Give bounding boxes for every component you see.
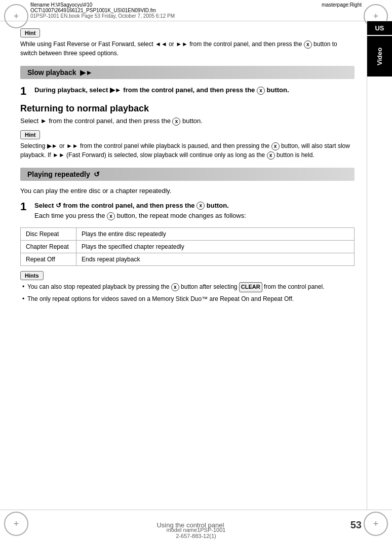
step1-num-repeat: 1 (20, 201, 29, 222)
slow-playback-step1: 1 During playback, select ▶► from the co… (20, 85, 355, 97)
x-button-icon1: x (304, 41, 312, 49)
x-button-icon7: x (107, 212, 115, 220)
repeat-mode-table: Disc Repeat Plays the entire disc repeat… (20, 227, 355, 266)
clear-button-icon: CLEAR (239, 282, 262, 292)
right-sidebar: US Video (367, 21, 392, 510)
table-row: Repeat Off Ends repeat playback (21, 253, 355, 266)
hints2-list: You can also stop repeated playback by p… (20, 282, 355, 304)
table-cell-mode: Disc Repeat (21, 228, 76, 241)
table-row: Chapter Repeat Plays the specified chapt… (21, 241, 355, 253)
x-button-icon5: x (267, 151, 275, 160)
table-cell-mode: Repeat Off (21, 253, 76, 266)
hints2-item1: You can also stop repeated playback by p… (22, 282, 355, 292)
playing-repeatedly-header: Playing repeatedly ↺ (20, 168, 355, 181)
bookfile-label: 01PSP-1001 EN.book Page 53 Friday, Octob… (30, 13, 175, 19)
slow-playback-header: Slow playback ▶► (20, 66, 355, 79)
x-button-icon4: x (271, 142, 280, 150)
masterpage-label: masterpage:Right (322, 2, 362, 8)
table-row: Disc Repeat Plays the entire disc repeat… (21, 228, 355, 241)
returning-section: Returning to normal playback Select ► fr… (20, 103, 355, 126)
main-content: Hint While using Fast Reverse or Fast Fo… (0, 21, 367, 510)
sidebar-video-label: Video (367, 36, 392, 76)
table-cell-desc: Plays the entire disc repeatedly (76, 228, 355, 241)
filename-label: filename H:\#Sagyocyu\#10 OCT\1007\26491… (30, 2, 156, 13)
step1-content-repeat: Select ↺ from the control panel, and the… (34, 201, 246, 222)
playing-repeatedly-intro: You can play the entire disc or a chapte… (20, 187, 355, 195)
hints2-label: Hints (20, 271, 44, 280)
slow-playback-title: Slow playback ▶► (27, 68, 93, 76)
hint1-container: Hint While using Fast Reverse or Fast Fo… (20, 28, 355, 58)
hint2-container: Hint Selecting ▶► or ►► from the control… (20, 130, 355, 160)
playing-repeatedly-title: Playing repeatedly ↺ (27, 170, 100, 178)
x-button-icon2: x (257, 87, 265, 95)
hint1-label: Hint (20, 28, 40, 37)
hint1-text: While using Fast Reverse or Fast Forward… (20, 40, 355, 58)
table-cell-desc: Ends repeat playback (76, 253, 355, 266)
model-info: model name1PSP-1001 2-657-883-12(1) (0, 527, 392, 539)
playing-repeatedly-step1: 1 Select ↺ from the control panel, and t… (20, 201, 355, 222)
returning-title: Returning to normal playback (20, 103, 355, 114)
x-button-icon6: x (197, 202, 205, 210)
returning-text: Select ► from the control panel, and the… (20, 116, 355, 126)
table-cell-mode: Chapter Repeat (21, 241, 76, 253)
step1-content: During playback, select ▶► from the cont… (34, 85, 289, 97)
step1-number: 1 (20, 85, 29, 97)
table-cell-desc: Plays the specified chapter repeatedly (76, 241, 355, 253)
page-header: filename H:\#Sagyocyu\#10 OCT\1007\26491… (0, 0, 392, 21)
hint2-label: Hint (20, 130, 40, 139)
x-button-icon8: x (171, 283, 179, 291)
sidebar-us-label: US (367, 21, 392, 35)
hint2-text: Selecting ▶► or ►► from the control pane… (20, 141, 355, 160)
hints2-item2: The only repeat options for videos saved… (22, 294, 355, 304)
x-button-icon3: x (172, 118, 180, 126)
hints2-container: Hints You can also stop repeated playbac… (20, 271, 355, 304)
